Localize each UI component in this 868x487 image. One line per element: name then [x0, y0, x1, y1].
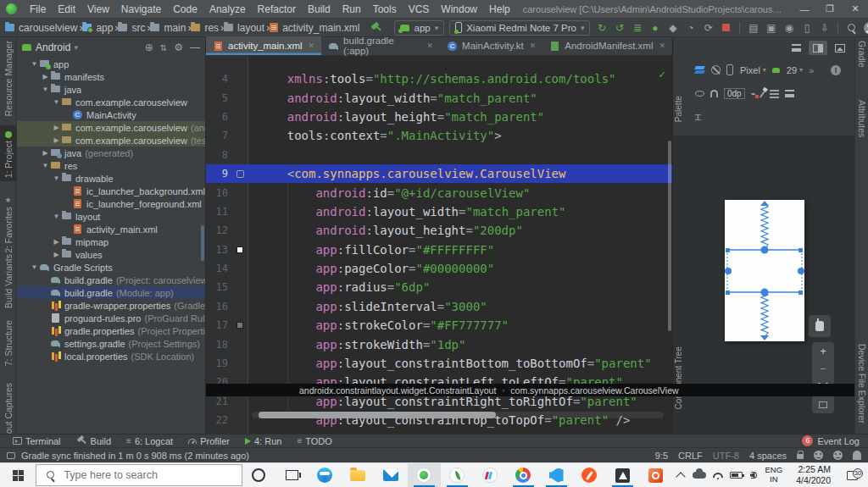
- close-tab-icon[interactable]: ✕: [530, 42, 537, 50]
- tree-row[interactable]: ▶mipmap: [17, 235, 205, 248]
- variants-icon[interactable]: [770, 90, 779, 98]
- tree-row[interactable]: ic_launcher_foreground.xml(v24): [17, 197, 205, 210]
- design-surface-icon[interactable]: [695, 65, 705, 75]
- code-line[interactable]: 18 app:strokeWidth="1dp": [206, 335, 672, 353]
- design-view-button[interactable]: [831, 41, 849, 55]
- tool-strip-device-file-explorer[interactable]: Device File Explorer: [855, 344, 868, 423]
- tool-strip-1-project[interactable]: 1: Project: [0, 125, 16, 181]
- toolwindow--run[interactable]: 4: Run: [237, 434, 289, 447]
- issues-warning-icon[interactable]: !: [831, 65, 841, 75]
- code-line[interactable]: 5 android:layout_width="match_parent": [206, 88, 672, 107]
- taskbar-cortana[interactable]: [242, 463, 275, 487]
- breadcrumb-item[interactable]: layout: [224, 22, 266, 34]
- menu-refactor[interactable]: Refactor: [252, 3, 302, 15]
- toolwindow--logcat[interactable]: ≡6: Logcat: [119, 434, 181, 447]
- align-icon[interactable]: [785, 90, 794, 97]
- build-hammer-icon[interactable]: [370, 22, 383, 34]
- code-line[interactable]: 4 xmlns:tools="http://schemas.android.co…: [206, 69, 672, 88]
- taskbar-mail[interactable]: [375, 463, 408, 487]
- code-line[interactable]: 19 app:layout_constraintBottom_toBottomO…: [206, 354, 672, 373]
- minimize-button[interactable]: —: [792, 0, 817, 18]
- autoconnect-magnet-icon[interactable]: [710, 90, 718, 97]
- locate-target-icon[interactable]: ⊕: [145, 42, 153, 53]
- device-artboard[interactable]: [725, 200, 804, 341]
- action-center-button[interactable]: 30: [839, 471, 865, 480]
- stop-icon[interactable]: [718, 21, 734, 35]
- code-line[interactable]: 14 app:pageColor="#00000000": [206, 259, 672, 278]
- project-view-selector[interactable]: Android: [36, 42, 70, 53]
- menu-build[interactable]: Build: [302, 3, 337, 15]
- code-line[interactable]: 12 android:layout_height="200dp": [206, 221, 672, 240]
- settings-gear-icon[interactable]: ⚙: [174, 42, 183, 53]
- tree-row[interactable]: local.properties(SDK Location): [17, 350, 205, 362]
- tool-strip-build-variants[interactable]: Build Variants: [0, 254, 16, 308]
- search-input[interactable]: [64, 469, 216, 481]
- tree-expanded-arrow-icon[interactable]: ▼: [41, 162, 50, 169]
- clear-constraints-icon[interactable]: ⌁: [751, 89, 756, 98]
- file-encoding[interactable]: UTF-8: [713, 451, 739, 461]
- code-line[interactable]: 10 android:id="@+id/carouselView": [206, 183, 672, 202]
- search-everywhere-icon[interactable]: [843, 21, 860, 35]
- taskbar-chrome[interactable]: [507, 463, 540, 487]
- tree-row[interactable]: build.gradle(Project: carouselview): [17, 274, 205, 286]
- sdk-manager-icon[interactable]: ⇩: [816, 21, 832, 35]
- tree-row[interactable]: ▼layout: [17, 210, 205, 223]
- device-selector[interactable]: Pixel▾: [726, 64, 766, 75]
- tree-row[interactable]: gradle.properties(Project Properties): [17, 324, 205, 337]
- menu-file[interactable]: File: [24, 3, 52, 15]
- taskbar-mongodb[interactable]: [441, 463, 474, 487]
- close-tab-icon[interactable]: ✕: [659, 42, 665, 50]
- menu-view[interactable]: View: [81, 3, 115, 15]
- highlighting-level-icon[interactable]: [814, 451, 823, 460]
- breadcrumb-item[interactable]: main: [150, 22, 187, 34]
- menu-window[interactable]: Window: [435, 3, 483, 15]
- line-separator[interactable]: CRLF: [678, 451, 703, 461]
- tree-row[interactable]: ▼com.example.carouselview: [17, 96, 205, 108]
- start-button[interactable]: [0, 463, 36, 487]
- project-structure-icon[interactable]: ▤: [745, 21, 761, 35]
- tab-activity-main-xml[interactable]: activity_main.xml✕: [206, 36, 321, 55]
- event-log-button[interactable]: 6Event Log: [802, 435, 868, 446]
- editor-vertical-scrollbar[interactable]: [668, 141, 671, 331]
- sync-icon[interactable]: ⟳: [700, 21, 716, 35]
- taskbar-android-studio[interactable]: [408, 463, 441, 487]
- maximize-button[interactable]: ❐: [817, 0, 843, 18]
- breadcrumb-item[interactable]: src: [118, 22, 147, 34]
- project-scrollbar[interactable]: [201, 225, 204, 261]
- menu-tools[interactable]: Tools: [367, 3, 403, 15]
- split-view-button[interactable]: [809, 41, 827, 55]
- hidden-icons-chevron[interactable]: [672, 470, 689, 480]
- tree-collapsed-arrow-icon[interactable]: ▶: [52, 136, 61, 144]
- close-tab-icon[interactable]: ✕: [309, 42, 315, 50]
- code-line[interactable]: 6 android:layout_height="match_parent": [206, 108, 672, 126]
- component-tree-tab[interactable]: Component Tree: [673, 335, 684, 420]
- code-line[interactable]: 8: [206, 146, 672, 164]
- tree-row[interactable]: gradle-wrapper.properties(Gradle Version…: [17, 299, 205, 312]
- tool-strip-gradle[interactable]: Gradle: [855, 41, 868, 68]
- taskbar-kite[interactable]: [573, 463, 606, 487]
- toolwindow-toggle-icon[interactable]: [7, 452, 15, 459]
- taskbar-search[interactable]: [36, 464, 242, 486]
- hide-panel-icon[interactable]: —: [190, 42, 200, 53]
- api-level-selector[interactable]: 29▾: [772, 65, 803, 75]
- menu-run[interactable]: Run: [337, 3, 367, 15]
- avd-manager-icon[interactable]: ▣: [763, 21, 779, 35]
- tree-row[interactable]: settings.gradle(Project Settings): [17, 337, 205, 350]
- color-swatch[interactable]: [236, 246, 243, 253]
- toolwindow-terminal[interactable]: Terminal: [5, 434, 69, 447]
- palette-tab[interactable]: Palette: [673, 80, 684, 139]
- readonly-lock-icon[interactable]: [797, 454, 804, 459]
- tree-collapsed-arrow-icon[interactable]: ▶: [52, 251, 61, 258]
- run-with-config-icon[interactable]: ≣: [629, 21, 645, 35]
- close-button[interactable]: ✕: [843, 0, 868, 18]
- menu-analyze[interactable]: Analyze: [203, 3, 252, 15]
- tree-expanded-arrow-icon[interactable]: ▼: [52, 98, 61, 106]
- tab-build-gradle-app-[interactable]: build.gradle (:app)✕: [321, 36, 440, 55]
- collapse-all-icon[interactable]: ⇅: [160, 43, 167, 53]
- language-indicator[interactable]: ENGIN: [760, 466, 788, 484]
- taskbar-slack[interactable]: [474, 463, 507, 487]
- device-manager-icon[interactable]: ▯: [798, 21, 815, 35]
- tree-row[interactable]: ▶manifests: [17, 70, 205, 83]
- tree-row[interactable]: ic_launcher_background.xml: [17, 185, 205, 197]
- tree-row[interactable]: ▼drawable: [17, 172, 205, 185]
